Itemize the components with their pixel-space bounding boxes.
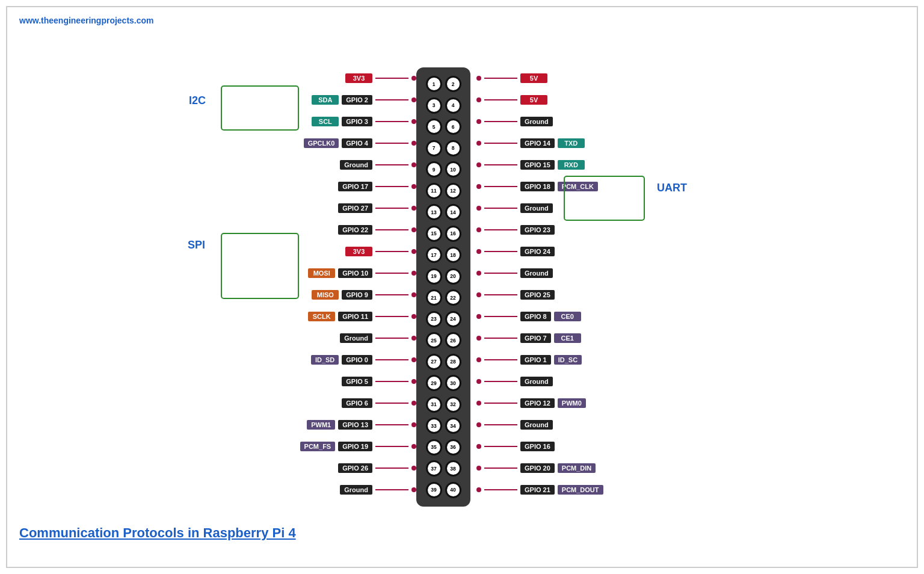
pin-16: 16 bbox=[445, 226, 461, 242]
left-row-15: GPIO 22 bbox=[103, 219, 416, 241]
pin-18: 18 bbox=[445, 247, 461, 263]
left-row-1: 3V3 bbox=[103, 67, 416, 89]
left-row-25: Ground bbox=[103, 327, 416, 349]
pin-12: 12 bbox=[445, 183, 461, 199]
spi-label: SPI bbox=[188, 239, 205, 252]
pin-22: 22 bbox=[445, 289, 461, 306]
page-border: www.theengineeringprojects.com Communica… bbox=[6, 6, 918, 568]
right-row-10: GPIO 15RXD bbox=[476, 154, 837, 176]
right-row-40: GPIO 21PCM_DOUT bbox=[476, 479, 837, 501]
left-row-5: SCLGPIO 3 bbox=[103, 111, 416, 132]
right-row-26: GPIO 7CE1 bbox=[476, 327, 837, 349]
pin-20: 20 bbox=[445, 268, 461, 285]
pin-4: 4 bbox=[445, 97, 461, 114]
pin-33: 33 bbox=[426, 418, 442, 434]
pin-15: 15 bbox=[426, 226, 442, 242]
pin-8: 8 bbox=[445, 140, 461, 156]
pin-25: 25 bbox=[426, 332, 442, 348]
pin-24: 24 bbox=[445, 311, 461, 327]
pin-21: 21 bbox=[426, 289, 442, 306]
pin-3: 3 bbox=[426, 97, 442, 114]
pin-6: 6 bbox=[445, 119, 461, 135]
pin-38: 38 bbox=[445, 460, 461, 477]
uart-label: UART bbox=[657, 182, 687, 194]
pin-27: 27 bbox=[426, 354, 442, 370]
pin-26: 26 bbox=[445, 332, 461, 348]
right-labels-container: 5V5VGroundGPIO 14TXDGPIO 15RXDGPIO 18PCM… bbox=[476, 67, 837, 501]
site-url: www.theengineeringprojects.com bbox=[19, 16, 154, 25]
pin-19: 19 bbox=[426, 268, 442, 285]
pin-17: 17 bbox=[426, 247, 442, 263]
pin-7: 7 bbox=[426, 140, 442, 156]
right-row-22: GPIO 25 bbox=[476, 284, 837, 306]
left-row-11: GPIO 17 bbox=[103, 176, 416, 197]
right-row-4: 5V bbox=[476, 89, 837, 111]
pin-32: 32 bbox=[445, 397, 461, 413]
pin-34: 34 bbox=[445, 418, 461, 434]
right-row-28: GPIO 1ID_SC bbox=[476, 349, 837, 371]
pin-36: 36 bbox=[445, 439, 461, 455]
right-row-6: Ground bbox=[476, 111, 837, 132]
pin-11: 11 bbox=[426, 183, 442, 199]
left-row-31: GPIO 6 bbox=[103, 392, 416, 414]
left-row-17: 3V3 bbox=[103, 241, 416, 262]
right-row-36: GPIO 16 bbox=[476, 436, 837, 457]
pin-5: 5 bbox=[426, 119, 442, 135]
left-row-35: PCM_FSGPIO 19 bbox=[103, 436, 416, 457]
left-row-19: MOSIGPIO 10 bbox=[103, 262, 416, 284]
right-row-8: GPIO 14TXD bbox=[476, 132, 837, 154]
pin-37: 37 bbox=[426, 460, 442, 477]
left-row-3: SDAGPIO 2 bbox=[103, 89, 416, 111]
pin-1: 1 bbox=[426, 76, 442, 92]
pin-39: 39 bbox=[426, 482, 442, 498]
left-row-37: GPIO 26 bbox=[103, 457, 416, 479]
left-row-13: GPIO 27 bbox=[103, 197, 416, 219]
right-row-30: Ground bbox=[476, 371, 837, 392]
left-row-7: GPCLK0GPIO 4 bbox=[103, 132, 416, 154]
right-row-16: GPIO 23 bbox=[476, 219, 837, 241]
left-row-39: Ground bbox=[103, 479, 416, 501]
pin-28: 28 bbox=[445, 354, 461, 370]
right-row-14: Ground bbox=[476, 197, 837, 219]
right-row-20: Ground bbox=[476, 262, 837, 284]
pin-10: 10 bbox=[445, 161, 461, 177]
pin-30: 30 bbox=[445, 375, 461, 391]
pin-29: 29 bbox=[426, 375, 442, 391]
pin-14: 14 bbox=[445, 204, 461, 220]
right-row-34: Ground bbox=[476, 414, 837, 436]
pin-13: 13 bbox=[426, 204, 442, 220]
i2c-label: I2C bbox=[189, 94, 206, 107]
left-row-29: GPIO 5 bbox=[103, 371, 416, 392]
left-row-9: Ground bbox=[103, 154, 416, 176]
pin-35: 35 bbox=[426, 439, 442, 455]
right-row-38: GPIO 20PCM_DIN bbox=[476, 457, 837, 479]
right-row-2: 5V bbox=[476, 67, 837, 89]
pin-9: 9 bbox=[426, 161, 442, 177]
right-row-18: GPIO 24 bbox=[476, 241, 837, 262]
right-row-32: GPIO 12PWM0 bbox=[476, 392, 837, 414]
left-labels-container: 3V3SDAGPIO 2SCLGPIO 3GPCLK0GPIO 4GroundG… bbox=[103, 67, 416, 501]
left-row-33: PWM1GPIO 13 bbox=[103, 414, 416, 436]
left-row-21: MISOGPIO 9 bbox=[103, 284, 416, 306]
left-row-27: ID_SDGPIO 0 bbox=[103, 349, 416, 371]
pin-23: 23 bbox=[426, 311, 442, 327]
pin-2: 2 bbox=[445, 76, 461, 92]
pin-31: 31 bbox=[426, 397, 442, 413]
left-row-23: SCLKGPIO 11 bbox=[103, 306, 416, 327]
right-row-24: GPIO 8CE0 bbox=[476, 306, 837, 327]
pin-40: 40 bbox=[445, 482, 461, 498]
connector-block: 1234567891011121314151617181920212223242… bbox=[416, 67, 470, 507]
